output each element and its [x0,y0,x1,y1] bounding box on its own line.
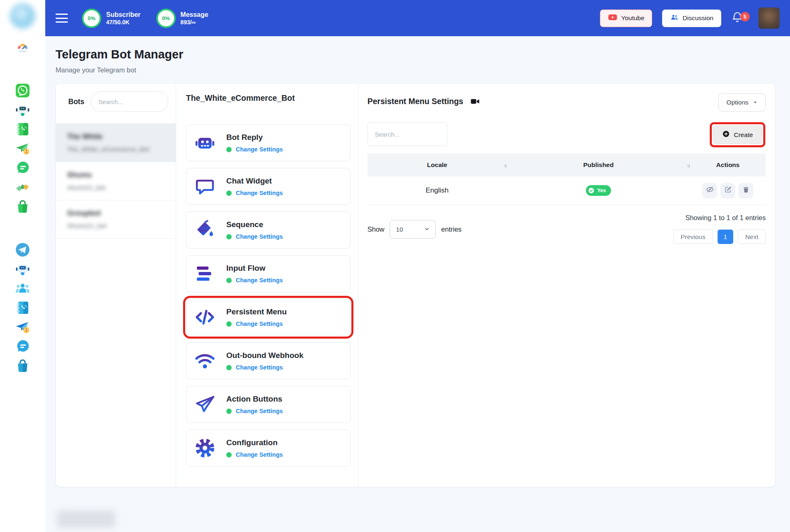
sequence-icon [194,219,216,241]
sort-icon[interactable]: ↑↓ [686,162,689,168]
telegram-bot-icon[interactable] [15,261,30,277]
bots-column: Bots The White The_White_eCommerce_Bot S… [56,84,176,487]
change-settings-link[interactable]: Change Settings [236,233,283,240]
dashboard-icon[interactable] [15,40,30,56]
plus-circle-icon [722,130,730,139]
menu-toggle-button[interactable] [56,14,68,23]
outbound-webhook-icon [194,350,216,372]
bot-username: shums21_bot [67,184,169,191]
column-header-locale[interactable]: Locale ↑↓ [367,161,507,169]
youtube-button[interactable]: Youtube [600,9,652,27]
pagination: Previous 1 Next [673,230,766,244]
settings-title: Persistent Menu Settings [367,97,463,106]
card-persistent-menu[interactable]: Persistent Menu Change Settings [186,299,351,336]
status-dot [226,147,232,152]
integration-icon[interactable] [15,179,30,195]
footer-blurred-text [57,511,115,528]
telegram-store-icon[interactable] [15,358,30,374]
youtube-icon [608,12,618,24]
page-subtitle: Manage your Telegram bot [56,66,790,74]
whatsapp-contacts-icon[interactable] [15,121,30,137]
page-size-select[interactable]: 10 [390,220,436,239]
edit-icon [724,186,732,195]
app-screen: 1 [0,0,790,532]
entries-label: entries [441,225,462,233]
bot-list: The White The_White_eCommerce_Bot Shums … [56,123,176,239]
change-settings-link[interactable]: Change Settings [236,277,283,283]
bot-list-item[interactable]: Groupbot Shums21_bot [56,200,176,239]
menu-search-input[interactable] [367,122,447,146]
page-1-button[interactable]: 1 [718,230,734,244]
change-settings-link[interactable]: Change Settings [236,190,283,196]
message-label: Message [181,11,209,19]
next-page-button[interactable]: Next [738,230,766,244]
status-dot [226,365,232,370]
subscriber-label: Subscriber [106,11,141,19]
card-title: Chat Widget [226,177,283,186]
card-chat-widget[interactable]: Chat Widget Change Settings [186,168,351,205]
bot-name: Groupbot [67,209,169,218]
options-dropdown-button[interactable]: Options [718,93,766,112]
whatsapp-broadcast-icon[interactable]: 1 [15,141,30,156]
card-title: Sequence [226,220,283,229]
bot-settings-column: The_White_eCommerce_Bot Bot Reply [176,84,358,487]
card-sequence[interactable]: Sequence Change Settings [186,211,351,249]
column-header-published[interactable]: Published ↑↓ [507,161,690,169]
hide-button[interactable] [702,183,717,198]
telegram-icon[interactable] [15,242,30,258]
whatsapp-store-icon[interactable] [15,199,30,214]
status-dot [226,409,232,414]
telegram-contacts-icon[interactable] [15,300,30,316]
bot-list-item[interactable]: Shums shums21_bot [56,162,176,200]
table-row: English Yes [367,177,766,205]
edit-button[interactable] [720,183,735,198]
svg-text:1: 1 [25,149,28,154]
create-label: Create [734,131,753,139]
card-input-flow[interactable]: Input Flow Change Settings [186,255,351,292]
create-button[interactable]: Create [713,125,762,144]
bot-list-item-selected[interactable]: The White The_White_eCommerce_Bot [56,124,176,162]
change-settings-link[interactable]: Change Settings [236,408,283,414]
app-sidebar: 1 [0,0,45,532]
app-logo[interactable] [10,3,35,29]
telegram-group-icon[interactable] [15,281,30,296]
status-dot [226,278,232,283]
user-avatar[interactable] [758,7,780,29]
change-settings-link[interactable]: Change Settings [236,321,283,327]
discussion-button[interactable]: Discussion [662,9,721,27]
change-settings-link[interactable]: Change Settings [236,451,283,458]
chat-widget-icon [194,176,216,197]
status-dot [226,190,232,196]
card-configuration[interactable]: Configuration Change Settings [186,430,351,467]
video-camera-icon[interactable] [470,97,480,106]
page-size-value: 10 [396,226,403,233]
status-dot [226,321,232,327]
card-title: Configuration [226,438,283,447]
card-action-buttons[interactable]: Action Buttons Change Settings [186,386,351,423]
notifications-button[interactable]: 5 [731,11,745,25]
bots-search-input[interactable] [91,91,168,112]
change-settings-link[interactable]: Change Settings [236,146,283,153]
change-settings-link[interactable]: Change Settings [236,364,283,371]
select-chevron-icon [424,226,430,233]
whatsapp-bot-icon[interactable] [15,102,30,118]
whatsapp-icon[interactable] [15,83,30,98]
card-outbound-webhook[interactable]: Out-bound Webhook Change Settings [186,342,351,379]
sort-icon[interactable]: ↑↓ [503,162,506,168]
subscriber-progress-ring: 0% [82,9,101,28]
options-label: Options [727,99,748,106]
previous-page-button[interactable]: Previous [673,230,713,244]
bot-username: Shums21_bot [67,222,169,230]
subscriber-stat: 0% Subscriber 47/50.0K [82,9,141,28]
subscriber-value: 47/50.0K [106,19,141,26]
telegram-chat-icon[interactable] [15,339,30,354]
table-header: Locale ↑↓ Published ↑↓ Actions [367,153,766,177]
telegram-broadcast-icon[interactable]: 1 [15,319,30,335]
configuration-icon [194,437,216,459]
delete-button[interactable] [739,183,753,198]
whatsapp-chat-icon[interactable] [15,160,30,176]
card-title: Action Buttons [226,395,283,404]
notification-count-badge: 5 [740,12,750,21]
bot-reply-icon [194,132,216,153]
card-bot-reply[interactable]: Bot Reply Change Settings [186,124,351,161]
